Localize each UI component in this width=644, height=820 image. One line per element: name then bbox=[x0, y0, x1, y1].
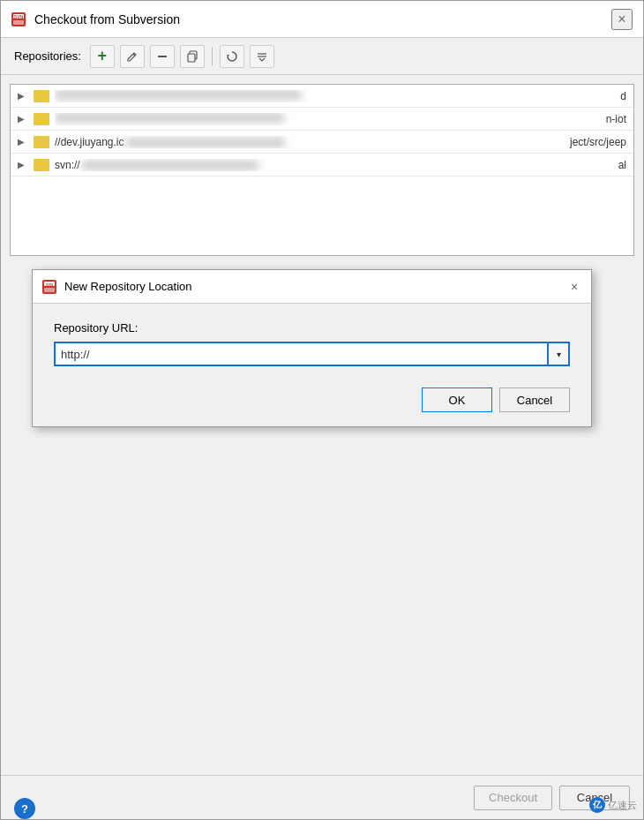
watermark: 亿 亿速云 bbox=[589, 797, 637, 813]
cancel-button[interactable]: Cancel bbox=[499, 387, 570, 412]
svg-rect-7 bbox=[188, 54, 195, 62]
repo-url-text bbox=[55, 113, 601, 125]
content-area: ▶ d ▶ n-iot ▶ //dev. bbox=[1, 75, 643, 775]
new-repo-dialog: SVN New Repository Location × Repository… bbox=[32, 269, 592, 427]
bottom-bar: ? Checkout Cancel bbox=[1, 775, 643, 819]
toolbar-separator-1 bbox=[212, 48, 213, 65]
repo-row[interactable]: ▶ d bbox=[11, 85, 633, 108]
folder-icon bbox=[34, 113, 49, 125]
folder-icon bbox=[34, 90, 49, 102]
app-icon: SVN bbox=[10, 11, 27, 28]
repo-row[interactable]: ▶ svn:// al bbox=[11, 154, 633, 177]
repo-row[interactable]: ▶ n-iot bbox=[11, 108, 633, 131]
svg-rect-2 bbox=[13, 20, 24, 25]
chevron-icon: ▶ bbox=[18, 160, 28, 169]
chevron-icon: ▶ bbox=[18, 91, 28, 101]
dialog-title-bar: SVN New Repository Location × bbox=[33, 270, 591, 304]
refresh-button[interactable] bbox=[220, 45, 244, 68]
svg-text:SVN: SVN bbox=[46, 282, 53, 287]
checkout-button[interactable]: Checkout bbox=[474, 786, 552, 810]
repository-url-input[interactable] bbox=[54, 342, 549, 366]
url-input-row: ▾ bbox=[54, 342, 570, 366]
watermark-logo: 亿 bbox=[589, 797, 605, 813]
remove-repo-button[interactable] bbox=[150, 45, 175, 68]
folder-icon bbox=[34, 159, 49, 171]
watermark-text: 亿速云 bbox=[608, 799, 637, 812]
chevron-icon: ▶ bbox=[18, 137, 28, 147]
repo-url-text: svn:// bbox=[55, 159, 613, 171]
title-bar: SVN Checkout from Subversion × bbox=[1, 1, 643, 38]
repo-row[interactable]: ▶ //dev.jiuyang.ic ject/src/jeep bbox=[11, 131, 633, 154]
dialog-close-button[interactable]: × bbox=[565, 277, 584, 297]
edit-repo-button[interactable] bbox=[120, 45, 145, 68]
url-field-label: Repository URL: bbox=[54, 321, 570, 335]
svg-rect-13 bbox=[44, 288, 55, 292]
chevron-icon: ▶ bbox=[18, 114, 28, 124]
repo-suffix: ject/src/jeep bbox=[570, 136, 626, 148]
collapse-all-button[interactable] bbox=[250, 45, 274, 68]
svg-text:SVN: SVN bbox=[14, 14, 24, 19]
dialog-button-row: OK Cancel bbox=[54, 387, 570, 412]
repo-suffix: n-iot bbox=[606, 113, 626, 125]
repo-url-text: //dev.jiuyang.ic bbox=[55, 136, 565, 148]
repo-url-text bbox=[55, 90, 615, 102]
toolbar: Repositories: + bbox=[1, 38, 643, 75]
window-title: Checkout from Subversion bbox=[34, 12, 634, 26]
repo-suffix: d bbox=[620, 90, 626, 102]
ok-button[interactable]: OK bbox=[422, 387, 492, 412]
url-dropdown-button[interactable]: ▾ bbox=[549, 342, 570, 366]
repo-suffix: al bbox=[618, 159, 626, 171]
folder-icon bbox=[34, 136, 49, 148]
dialog-app-icon: SVN bbox=[41, 279, 57, 295]
dialog-title: New Repository Location bbox=[64, 280, 582, 293]
dialog-body: Repository URL: ▾ OK Cancel bbox=[33, 304, 591, 426]
help-button[interactable]: ? bbox=[14, 798, 35, 819]
repository-panel: ▶ d ▶ n-iot ▶ //dev. bbox=[10, 84, 634, 256]
close-button[interactable]: × bbox=[611, 9, 633, 30]
repositories-label: Repositories: bbox=[14, 49, 81, 63]
main-window: SVN Checkout from Subversion × Repositor… bbox=[0, 0, 644, 820]
add-repo-button[interactable]: + bbox=[90, 45, 115, 68]
copy-repo-button[interactable] bbox=[180, 45, 205, 68]
